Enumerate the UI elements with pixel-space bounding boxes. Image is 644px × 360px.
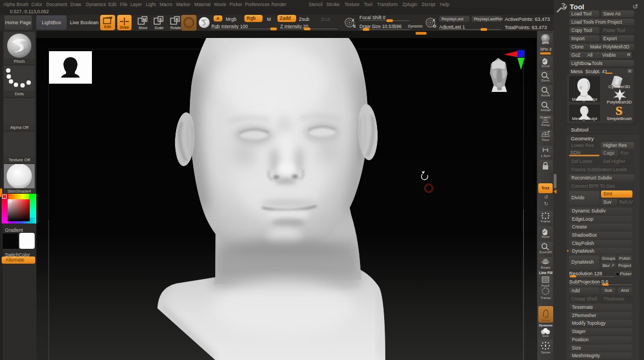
svg-text:L.Sym: L.Sym: [541, 154, 550, 157]
svg-text:Actual: Actual: [541, 94, 550, 97]
svg-text:Frame: Frame: [541, 220, 550, 223]
svg-text:R: R: [176, 18, 178, 21]
svg-text:Floor: Floor: [542, 138, 549, 141]
svg-text:Move: Move: [139, 26, 148, 30]
svg-text:Draw: Draw: [120, 25, 129, 29]
svg-text:M: M: [143, 18, 146, 21]
svg-text:D: D: [433, 24, 436, 28]
svg-text:AAHalf: AAHalf: [541, 108, 551, 112]
svg-text:S: S: [353, 24, 356, 28]
svg-text:BPR: BPR: [542, 41, 549, 45]
svg-text:Xpose: Xpose: [541, 351, 550, 354]
svg-text:Zoom: Zoom: [541, 79, 549, 82]
svg-text:Transp: Transp: [541, 296, 551, 299]
svg-text:Move: Move: [542, 235, 550, 238]
svg-text:S: S: [159, 18, 162, 21]
svg-text:Ghost: Ghost: [541, 319, 550, 322]
svg-text:Rotate: Rotate: [541, 266, 550, 269]
svg-text:Edit: Edit: [104, 25, 111, 29]
svg-text:Solo: Solo: [542, 334, 549, 337]
svg-text:S: S: [615, 104, 622, 117]
svg-text:Rotate: Rotate: [170, 26, 181, 30]
svg-text:Scroll: Scroll: [541, 64, 549, 68]
svg-text:Scale: Scale: [155, 26, 164, 30]
svg-text:Persp: Persp: [541, 123, 550, 127]
svg-text:Zoom3D: Zoom3D: [539, 250, 552, 254]
